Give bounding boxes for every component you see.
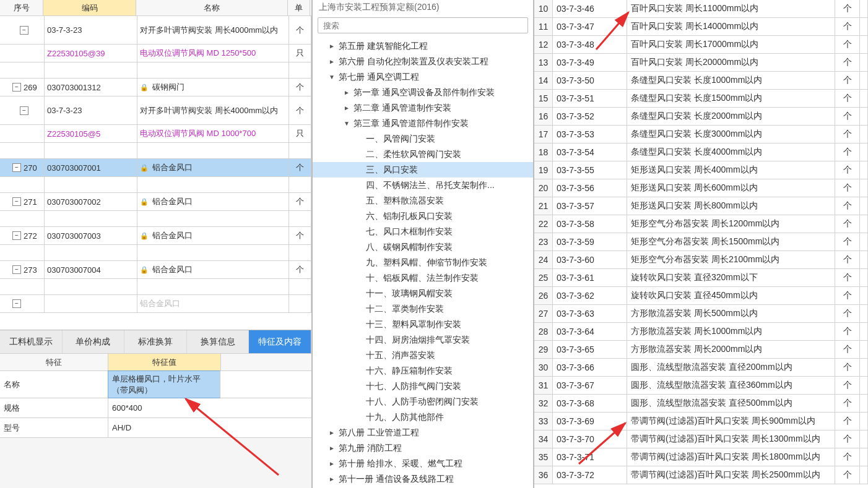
row-name[interactable]: 圆形、流线型散流器安装 直径200mm以内	[627, 359, 835, 376]
grid-row[interactable]	[0, 143, 311, 159]
cell-name[interactable]: 电动双位调节风阀 MD 1250*500	[137, 45, 289, 62]
norm-row[interactable]: 2903-7-3-65方形散流器安装 周长2000mm以内个	[534, 341, 868, 359]
grid-row[interactable]	[0, 211, 311, 227]
row-name[interactable]: 条缝型风口安装 长度1000mm以内	[627, 72, 835, 89]
row-code[interactable]: 03-7-3-62	[553, 287, 627, 304]
tree-node[interactable]: 十八、人防手动密闭阀门安装	[313, 394, 533, 409]
norm-row[interactable]: 1803-7-3-54条缝型风口安装 长度4000mm以内个	[534, 143, 868, 161]
chevron-down-icon[interactable]: ▼	[328, 74, 336, 80]
row-code[interactable]: 03-7-3-60	[553, 251, 627, 268]
row-code[interactable]: 03-7-3-65	[553, 341, 627, 358]
norm-row[interactable]: 1503-7-3-51条缝型风口安装 长度1500mm以内个	[534, 90, 868, 108]
row-name[interactable]: 矩形送风口安装 周长400mm以内	[627, 161, 835, 179]
row-name[interactable]: 条缝型风口安装 长度4000mm以内	[627, 143, 835, 161]
row-code[interactable]: 03-7-3-68	[553, 395, 627, 412]
cell-name[interactable]: 🔒铝合金风口	[137, 159, 289, 176]
tree-node[interactable]: ►第五册 建筑智能化工程	[313, 38, 533, 54]
row-name[interactable]: 矩形空气分布器安装 周长2100mm以内	[627, 251, 835, 268]
cell-code[interactable]: 030703007002	[45, 193, 137, 210]
row-code[interactable]: 03-7-3-61	[553, 269, 627, 286]
row-code[interactable]: 03-7-3-53	[553, 126, 627, 143]
chevron-right-icon[interactable]: ►	[328, 58, 336, 65]
grid-row[interactable]: Z22530105@5电动双位调节风阀 MD 1000*700只	[0, 125, 311, 143]
row-code[interactable]: 03-7-3-56	[553, 179, 627, 197]
norm-row[interactable]: 2503-7-3-61旋转吹风口安装 直径320mm以下个	[534, 269, 868, 287]
row-code[interactable]: 03-7-3-63	[553, 305, 627, 322]
norm-row[interactable]: 2803-7-3-64方形散流器安装 周长1000mm以内个	[534, 323, 868, 341]
row-name[interactable]: 方形散流器安装 周长500mm以内	[627, 305, 835, 322]
row-name[interactable]: 条缝型风口安装 长度3000mm以内	[627, 126, 835, 143]
row-code[interactable]: 03-7-3-59	[553, 233, 627, 250]
tree-node[interactable]: 十一、玻璃钢风帽安装	[313, 286, 533, 301]
chevron-right-icon[interactable]: ►	[328, 43, 336, 49]
row-name[interactable]: 旋转吹风口安装 直径450mm以内	[627, 287, 835, 304]
row-name[interactable]: 百叶风口安装 周长14000mm以内	[627, 18, 835, 35]
tree-node[interactable]: 三、风口安装	[313, 162, 533, 178]
cell-code[interactable]	[45, 295, 137, 312]
cell-name[interactable]: 🔒铝合金风口	[137, 261, 289, 278]
row-code[interactable]: 03-7-3-67	[553, 377, 627, 394]
cell-name[interactable]: 🔒碳钢阀门	[137, 79, 289, 96]
row-name[interactable]: 方形散流器安装 周长1000mm以内	[627, 323, 835, 340]
cell-name[interactable]: 🔒铝合金风口	[137, 227, 289, 244]
col-seq[interactable]: 序号	[0, 0, 43, 15]
col-val[interactable]: 特征值	[108, 354, 221, 370]
row-name[interactable]: 百叶风口安装 周长11000mm以内	[627, 0, 835, 17]
grid-row[interactable]: −273030703007004🔒铝合金风口个	[0, 261, 311, 279]
row-name[interactable]: 矩形空气分布器安装 周长1200mm以内	[627, 215, 835, 233]
norm-row[interactable]: 1303-7-3-49百叶风口安装 周长20000mm以内个	[534, 54, 868, 72]
grid-row[interactable]: −03-7-3-23对开多叶调节阀安装 周长4000mm以内个	[0, 16, 311, 45]
cell-name[interactable]: 铝合金风口	[137, 295, 289, 312]
row-code[interactable]: 03-7-3-71	[553, 448, 627, 466]
norm-row[interactable]: 2303-7-3-59矩形空气分布器安装 周长1500mm以内个	[534, 233, 868, 251]
norm-row[interactable]: 2703-7-3-63方形散流器安装 周长500mm以内个	[534, 305, 868, 323]
tree-node[interactable]: 十三、塑料风罩制作安装	[313, 317, 533, 332]
expand-icon[interactable]: −	[12, 231, 21, 240]
expand-icon[interactable]: −	[12, 163, 21, 172]
cell-code[interactable]: Z22530105@39	[45, 45, 137, 62]
norm-row[interactable]: 2103-7-3-57矩形送风口安装 周长800mm以内个	[534, 197, 868, 215]
grid-row[interactable]: −269030703001312🔒碳钢阀门个	[0, 79, 311, 96]
grid-row[interactable]	[0, 62, 311, 79]
row-code[interactable]: 03-7-3-69	[553, 413, 627, 430]
prop-value[interactable]: 单层格栅风口，叶片水平（带风阀）	[108, 370, 220, 398]
row-code[interactable]: 03-7-3-51	[553, 90, 627, 107]
norm-row[interactable]: 1203-7-3-48百叶风口安装 周长17000mm以内个	[534, 36, 868, 54]
norm-row[interactable]: 2603-7-3-62旋转吹风口安装 直径450mm以内个	[534, 287, 868, 305]
tree-node[interactable]: ►第六册 自动化控制装置及仪表安装工程	[313, 54, 533, 69]
grid-row[interactable]: Z22530105@39电动双位调节风阀 MD 1250*500只	[0, 45, 311, 62]
row-code[interactable]: 03-7-3-54	[553, 143, 627, 161]
tree-node[interactable]: 四、不锈钢法兰、吊托支架制作...	[313, 178, 533, 193]
chevron-right-icon[interactable]: ►	[328, 460, 336, 467]
tab-4[interactable]: 特征及内容	[249, 330, 311, 353]
cell-code[interactable]: 030703001312	[45, 79, 137, 96]
grid-row[interactable]: −272030703007003🔒铝合金风口个	[0, 227, 311, 245]
col-code[interactable]: 编码	[43, 0, 136, 15]
prop-row[interactable]: 规格600*400	[0, 398, 311, 418]
grid-row[interactable]: −铝合金风口	[0, 295, 311, 313]
row-name[interactable]: 圆形、流线型散流器安装 直径360mm以内	[627, 377, 835, 394]
row-name[interactable]: 矩形送风口安装 周长600mm以内	[627, 179, 835, 197]
cell-code[interactable]: 03-7-3-23	[45, 96, 137, 124]
norm-row[interactable]: 1403-7-3-50条缝型风口安装 长度1000mm以内个	[534, 72, 868, 90]
col-name[interactable]: 名称	[136, 0, 288, 15]
cell-name[interactable]: 电动双位调节风阀 MD 1000*700	[137, 125, 289, 142]
tree-node[interactable]: 七、风口木框制作安装	[313, 224, 533, 239]
tree-node[interactable]: 五、塑料散流器安装	[313, 193, 533, 208]
norm-tree[interactable]: ►第五册 建筑智能化工程►第六册 自动化控制装置及仪表安装工程▼第七册 通风空调…	[313, 37, 533, 488]
cell-name[interactable]: 对开多叶调节阀安装 周长4000mm以内	[137, 16, 289, 44]
tree-node[interactable]: ▼第七册 通风空调工程	[313, 69, 533, 85]
norm-row[interactable]: 2203-7-3-58矩形空气分布器安装 周长1200mm以内个	[534, 215, 868, 233]
cell-code[interactable]: 030703007001	[45, 159, 137, 176]
tree-node[interactable]: 八、碳钢风帽制作安装	[313, 239, 533, 255]
row-name[interactable]: 百叶风口安装 周长17000mm以内	[627, 36, 835, 53]
row-name[interactable]: 旋转吹风口安装 直径320mm以下	[627, 269, 835, 286]
row-name[interactable]: 带调节阀(过滤器)百叶风口安装 周长1800mm以内	[627, 448, 835, 466]
tree-node[interactable]: 六、铝制孔板风口安装	[313, 208, 533, 224]
row-code[interactable]: 03-7-3-70	[553, 430, 627, 448]
tree-node[interactable]: 一、风管阀门安装	[313, 131, 533, 147]
tree-node[interactable]: 二、柔性软风管阀门安装	[313, 147, 533, 162]
row-code[interactable]: 03-7-3-58	[553, 215, 627, 233]
search-input[interactable]	[318, 17, 528, 33]
cell-code[interactable]: 030703007004	[45, 261, 137, 278]
